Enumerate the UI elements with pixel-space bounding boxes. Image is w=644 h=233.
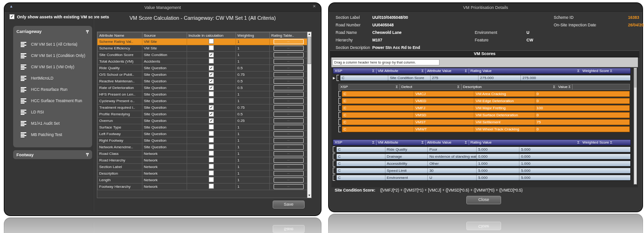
sigma-icon[interactable]: Σ [610,140,613,145]
column-header[interactable]: Rating Value Σ [469,140,581,145]
column-header[interactable]: Rating Table.. [270,32,307,39]
weighting-cell[interactable]: 0.5 [236,85,270,91]
attribute-row[interactable]: C Environment U 5.000 5.000 [333,175,631,181]
weighting-cell[interactable]: 1 [236,45,270,52]
column-header[interactable]: Value Σ [557,84,573,89]
include-checkbox[interactable]: ✔ [209,164,214,169]
column-header[interactable]: XSP Σ [339,84,400,89]
defect-row[interactable]: C VMED VM Edge Deterioration 0 [338,98,630,104]
table-row[interactable]: Profile Remedying Site Question ✔ 0.5 ..… [98,111,307,118]
column-header[interactable]: Weighted Score Σ [581,140,614,145]
include-checkbox[interactable]: ✔ [209,52,214,57]
table-row[interactable]: Treatment required i.. Site Question ✔ 0… [98,104,307,111]
pin-icon[interactable] [87,153,88,156]
weighting-cell[interactable]: 0.25 [236,118,270,124]
rating-table-button[interactable]: ... [274,59,304,64]
attribute-row[interactable]: C Ride Quality Poor 5.000 5.000 [333,146,631,153]
vm-set-item[interactable]: MB Patching Test [16,129,89,140]
table-row[interactable]: Site Condition Score Site Condition ✔ 1 … [98,52,307,58]
table-row[interactable]: Length Network ✔ 1 ... [98,177,307,184]
titlebar[interactable]: VM Prioritisation Details [329,3,642,12]
rating-table-button[interactable]: ... [274,105,304,110]
rating-table-button[interactable]: ... [274,125,304,130]
include-checkbox[interactable]: ✔ [209,98,214,103]
table-row[interactable]: Section Label Network ✔ 1 ... [98,164,307,170]
close-icon[interactable]: ✕ [313,5,316,8]
column-header[interactable]: Include in calculation [187,32,236,39]
weighting-cell[interactable]: 1 [236,151,270,157]
table-scrollbar[interactable]: ▲ ▼ [307,32,312,198]
scrollbar-thumb[interactable] [634,69,636,88]
weighting-cell[interactable]: 1 [236,170,270,177]
weighting-cell[interactable]: 1 [236,137,270,144]
column-header[interactable]: Attribute Value Σ [426,140,469,145]
rating-table-button[interactable]: ... [274,177,304,183]
rating-table-button[interactable]: ... [274,79,304,84]
rating-table-button[interactable]: ... [274,151,304,156]
include-checkbox[interactable]: ✔ [209,144,214,149]
sigma-icon[interactable]: Σ [396,85,398,89]
rating-table-button[interactable]: ... [274,138,304,143]
sigma-icon[interactable]: Σ [577,69,580,73]
rating-table-button[interactable]: ... [274,158,304,163]
weighting-cell[interactable]: 0.75 [236,72,270,78]
filter-checkbox[interactable]: ✔ [9,14,15,19]
table-row[interactable]: Total Accidents (VM) Accidents ✔ 1 ... [98,58,307,65]
rating-table-button[interactable]: ... [274,65,304,71]
vm-set-item[interactable]: LD RSI [16,106,89,118]
rating-table-button[interactable]: ... [274,98,304,104]
sigma-icon[interactable]: Σ [465,140,467,145]
weighting-cell[interactable]: 1 [236,131,270,137]
vm-set-item[interactable]: CW VM Set 1 (Condition Only) [16,50,89,61]
rating-table-button[interactable]: ... [274,171,304,176]
include-checkbox[interactable]: ✔ [209,91,214,96]
include-checkbox[interactable]: ✔ [209,170,214,176]
table-row[interactable]: Network Amendme.. Site Question ✔ 1 ... [98,144,307,151]
table-row[interactable]: O/S School or Publi.. Site Question ✔ 0.… [98,72,307,78]
column-header[interactable]: Rating Value Σ [469,68,581,73]
sigma-icon[interactable]: Σ [422,140,424,145]
attribute-row[interactable]: C Drainage No evidence of standing water… [333,153,631,160]
rating-table-button[interactable]: ... [274,39,304,44]
save-button[interactable]: Save [273,201,305,209]
vm-set-item[interactable]: HertMicroLD [16,72,89,84]
sigma-icon[interactable]: Σ [577,140,580,145]
include-checkbox[interactable]: ✔ [209,137,214,143]
weighting-cell[interactable]: 0.5 [236,65,270,72]
rating-table-button[interactable]: ... [274,72,304,77]
sigma-icon[interactable]: Σ [457,85,460,89]
include-checkbox[interactable]: ✔ [209,118,214,123]
include-checkbox[interactable]: ✔ [209,112,214,117]
pin-icon[interactable] [87,30,88,33]
sigma-icon[interactable]: Σ [372,140,375,145]
table-row[interactable]: Scheme Efficiency VM Site ✔ 1 ... [98,45,307,52]
titlebar[interactable]: ▲ Value Management ✕ [5,3,321,12]
sigma-icon[interactable]: Σ [422,69,424,73]
scroll-up-icon[interactable]: ▲ [308,32,311,36]
include-checkbox[interactable]: ✔ [209,65,214,71]
rating-table-button[interactable]: ... [274,131,304,137]
vm-set-item[interactable]: HCC Resurface Run [16,84,89,95]
rating-table-button[interactable]: ... [274,164,304,169]
table-row[interactable]: Surface Type Site Question ✔ 1 ... [98,124,307,131]
rating-table-button[interactable]: ... [274,118,304,123]
rating-table-button[interactable]: ... [274,92,304,97]
weighting-cell[interactable]: 1 [236,91,270,98]
rating-table-button[interactable]: ... [274,112,304,117]
weighting-cell[interactable]: 1 [236,157,270,164]
include-checkbox[interactable]: ✔ [209,131,214,136]
defect-row[interactable]: C VMCJ VM Area Cracking 0 [338,91,630,97]
column-header[interactable]: Weighted Score Σ [581,68,614,73]
include-checkbox[interactable]: ✔ [209,85,214,90]
include-checkbox[interactable]: ✔ [209,45,214,50]
include-checkbox[interactable]: ✔ [209,184,214,189]
column-header[interactable]: VM Attribute Σ [377,68,426,73]
table-row[interactable]: Overrun Site Question ✔ 0.25 ... [98,118,307,124]
weighting-cell[interactable]: 1 [236,58,270,65]
vm-set-item[interactable]: HCC Surface Treatment Run [16,95,89,106]
sigma-icon[interactable]: Σ [465,69,467,73]
weighting-cell[interactable]: 1 [236,184,270,190]
column-header[interactable]: Source [142,32,187,39]
table-row[interactable]: Ride Quality Site Question ✔ 0.5 ... [98,65,307,72]
expand-icon[interactable]: ▶ [333,76,337,80]
